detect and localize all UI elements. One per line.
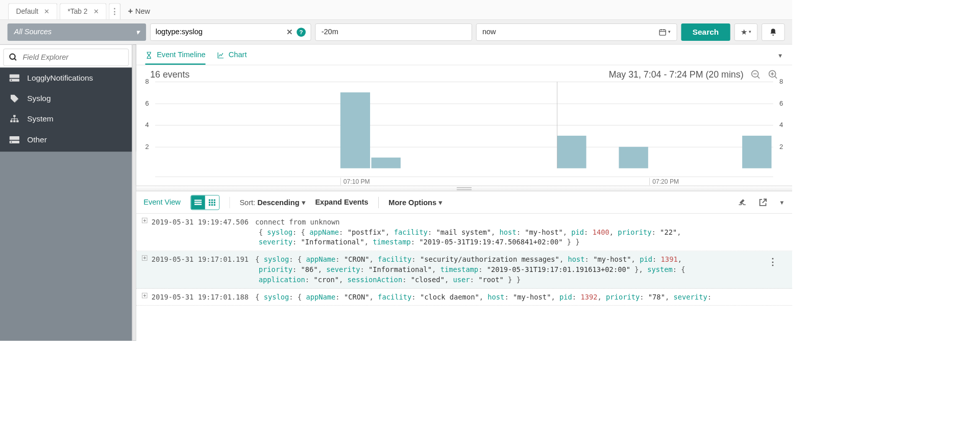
svg-rect-9: [13, 115, 15, 117]
list-view-button[interactable]: [191, 195, 205, 209]
svg-rect-32: [209, 204, 210, 206]
svg-rect-33: [211, 204, 213, 206]
sidebar-empty: [0, 152, 136, 340]
new-tab-button[interactable]: + New: [123, 3, 155, 19]
chart-bar[interactable]: [742, 136, 772, 168]
y-tick: 2: [779, 143, 783, 151]
chart-icon: [217, 52, 225, 59]
view-mode-toggle: [190, 195, 219, 210]
view-tab-label: Chart: [229, 51, 247, 59]
x-tick: 07:10 PM: [340, 178, 370, 185]
close-icon[interactable]: ✕: [93, 8, 99, 15]
time-to-value: now: [482, 28, 496, 36]
expand-icon[interactable]: +: [142, 255, 148, 261]
time-from-input[interactable]: -20m: [315, 23, 472, 41]
zoom-out-icon[interactable]: [751, 70, 761, 80]
svg-rect-28: [213, 199, 215, 201]
query-input[interactable]: [156, 28, 286, 36]
svg-rect-10: [10, 120, 12, 122]
sidebar: LogglyNotifications Syslog System Other: [0, 44, 136, 340]
chart-bar[interactable]: [372, 158, 401, 168]
y-tick: 8: [779, 78, 783, 86]
calendar-icon[interactable]: ▾: [658, 28, 671, 36]
close-icon[interactable]: ✕: [44, 8, 50, 15]
view-tab-label: Event Timeline: [157, 51, 205, 59]
view-tab-chart[interactable]: Chart: [217, 51, 247, 64]
chart-header: 16 events May 31, 7:04 - 7:24 PM (20 min…: [136, 65, 792, 82]
expand-icon[interactable]: +: [142, 293, 148, 298]
log-list[interactable]: +2019-05-31 19:19:47.506 connect from un…: [136, 214, 792, 341]
svg-rect-25: [194, 204, 202, 205]
log-entry[interactable]: +2019-05-31 19:17:01.191 { syslog: { app…: [136, 251, 792, 288]
event-view-label: Event View: [143, 198, 181, 207]
field-explorer-search[interactable]: [3, 48, 129, 66]
favorites-dropdown[interactable]: ★ ▾: [734, 23, 757, 41]
tab-bar: Default ✕ *Tab 2 ✕ ⋮ + New: [0, 0, 792, 20]
svg-rect-27: [211, 199, 213, 201]
sources-dropdown[interactable]: All Sources ▾: [8, 23, 146, 41]
sources-label: All Sources: [14, 28, 52, 36]
y-tick: 8: [145, 78, 149, 86]
svg-rect-6: [10, 74, 19, 78]
view-options-caret[interactable]: ▼: [777, 53, 783, 65]
entry-more-icon[interactable]: ⋮: [768, 255, 777, 268]
svg-line-20: [775, 77, 777, 79]
y-tick: 2: [145, 143, 149, 151]
disk-icon: [9, 73, 20, 83]
sitemap-icon: [9, 115, 20, 124]
svg-rect-29: [209, 202, 210, 203]
help-icon[interactable]: ?: [297, 28, 306, 37]
view-tabs: Event Timeline Chart ▼: [136, 44, 792, 65]
tabs-menu-button[interactable]: ⋮: [109, 3, 120, 19]
split-handle[interactable]: [136, 186, 792, 191]
svg-rect-0: [659, 30, 666, 35]
y-tick: 4: [145, 121, 149, 129]
hourglass-icon: [145, 52, 153, 59]
svg-rect-34: [213, 204, 215, 206]
time-range-label: May 31, 7:04 - 7:24 PM (20 mins): [609, 69, 744, 80]
view-tab-timeline[interactable]: Event Timeline: [145, 51, 206, 64]
customize-columns-icon[interactable]: [738, 198, 747, 207]
more-options-button[interactable]: More Options ▾: [388, 198, 442, 207]
search-button[interactable]: Search: [681, 23, 730, 41]
log-entry[interactable]: +2019-05-31 19:19:47.506 connect from un…: [136, 214, 792, 251]
sidebar-item-syslog[interactable]: Syslog: [0, 88, 136, 109]
sidebar-item-other[interactable]: Other: [0, 130, 136, 150]
query-input-wrap: ✕ ?: [150, 23, 311, 41]
sidebar-item-system[interactable]: System: [0, 109, 136, 129]
zoom-in-icon[interactable]: [768, 70, 778, 80]
search-row: All Sources ▾ ✕ ? -20m now ▾ Search ★ ▾: [0, 20, 792, 44]
field-explorer-input[interactable]: [22, 53, 123, 62]
grid-view-button[interactable]: [205, 195, 218, 209]
expand-icon[interactable]: +: [142, 218, 148, 223]
svg-point-8: [11, 80, 12, 81]
alerts-button[interactable]: [762, 23, 785, 41]
sidebar-item-label: Syslog: [27, 94, 51, 103]
expand-events-button[interactable]: Expand Events: [315, 198, 368, 207]
sidebar-item-label: LogglyNotifications: [27, 73, 93, 83]
more-caret[interactable]: ▼: [779, 199, 785, 206]
y-tick: 6: [145, 99, 149, 107]
chart-bar[interactable]: [340, 92, 370, 168]
search-icon: [9, 53, 18, 62]
log-entry[interactable]: +2019-05-31 19:17:01.188 { syslog: { app…: [136, 289, 792, 306]
svg-rect-31: [213, 202, 215, 203]
new-tab-label: New: [135, 7, 150, 16]
share-icon[interactable]: [758, 198, 768, 207]
chart-bar[interactable]: [619, 146, 648, 168]
svg-point-4: [10, 54, 15, 59]
tab-2[interactable]: *Tab 2 ✕: [60, 3, 107, 19]
timeline-chart[interactable]: 22446688 07:10 PM07:20 PM: [136, 82, 792, 186]
svg-rect-23: [194, 200, 202, 201]
chart-bar[interactable]: [557, 136, 586, 168]
clear-icon[interactable]: ✕: [286, 28, 292, 37]
svg-rect-26: [209, 199, 210, 201]
y-tick: 4: [779, 121, 783, 129]
tab-default[interactable]: Default ✕: [8, 3, 57, 19]
svg-rect-13: [10, 136, 19, 140]
sort-option[interactable]: Sort: Descending ▾: [239, 198, 305, 207]
svg-rect-11: [13, 120, 15, 122]
time-to-input[interactable]: now ▾: [476, 23, 677, 41]
sidebar-item-logglynotifications[interactable]: LogglyNotifications: [0, 68, 136, 88]
event-count: 16 events: [150, 69, 189, 80]
